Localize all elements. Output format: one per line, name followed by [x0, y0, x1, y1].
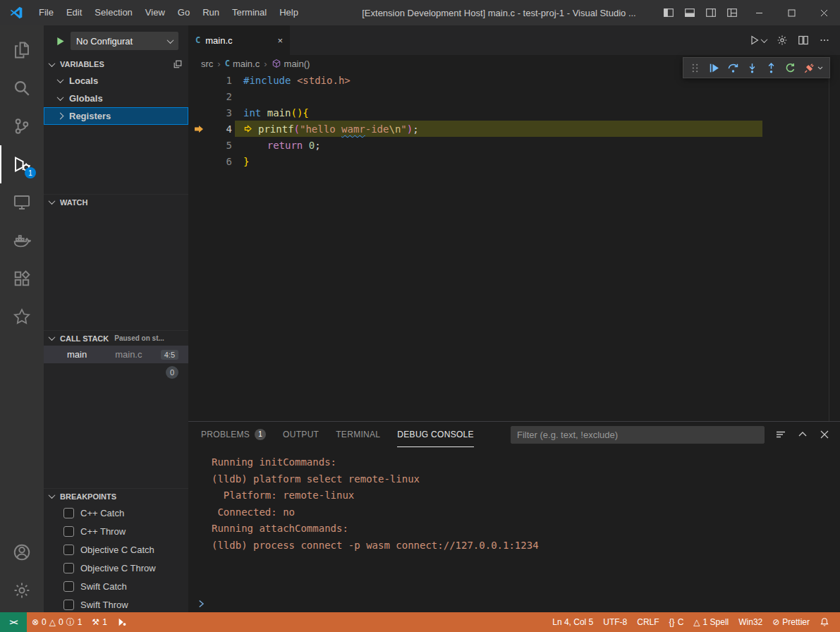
- maximize-panel-button[interactable]: [797, 429, 808, 440]
- breakpoint-item[interactable]: Swift Throw: [44, 595, 188, 612]
- menu-help[interactable]: Help: [273, 0, 305, 25]
- activity-item-remote-explorer[interactable]: [0, 183, 44, 221]
- split-editor-button[interactable]: [798, 35, 809, 46]
- run-or-debug-button[interactable]: [749, 35, 767, 46]
- activity-item-search[interactable]: [0, 69, 44, 107]
- remote-indicator[interactable]: ><: [0, 612, 27, 632]
- debug-continue-button[interactable]: [705, 59, 724, 77]
- start-debugging-button[interactable]: [55, 36, 66, 47]
- close-tab-icon[interactable]: ×: [277, 35, 283, 46]
- debug-step-over-button[interactable]: [724, 59, 743, 77]
- activity-item-explorer[interactable]: [0, 31, 44, 69]
- collapse-all-button[interactable]: [173, 59, 183, 69]
- breakpoint-item[interactable]: C++ Throw: [44, 522, 188, 540]
- panel-tab-problems[interactable]: PROBLEMS1: [201, 422, 266, 447]
- remote-explorer-icon: [13, 193, 31, 212]
- debug-settings-button[interactable]: [777, 35, 788, 46]
- platform-status[interactable]: Win32: [734, 612, 767, 632]
- breakpoint-item[interactable]: Objective C Catch: [44, 540, 188, 559]
- encoding-status[interactable]: UTF-8: [598, 612, 632, 632]
- debug-step-out-button[interactable]: [762, 59, 781, 77]
- menu-edit[interactable]: Edit: [60, 0, 88, 25]
- breakpoint-checkbox[interactable]: [63, 545, 74, 555]
- breakpoints-header[interactable]: BREAKPOINTS: [44, 488, 188, 504]
- breakpoint-checkbox[interactable]: [63, 526, 74, 537]
- activity-item-run-and-debug[interactable]: 1: [0, 145, 44, 183]
- activity-item-settings[interactable]: [0, 571, 44, 609]
- problems-status[interactable]: ⊗0 △0 ⓘ1: [27, 612, 87, 632]
- menu-view[interactable]: View: [139, 0, 171, 25]
- debug-gripper-button[interactable]: [686, 59, 705, 77]
- code-line-6[interactable]: 6}: [188, 153, 840, 169]
- activity-item-accounts[interactable]: [0, 533, 44, 571]
- maximize-button[interactable]: [775, 0, 808, 25]
- more-actions-button[interactable]: [819, 35, 830, 46]
- menu-terminal[interactable]: Terminal: [226, 0, 273, 25]
- variables-item-globals[interactable]: Globals: [44, 90, 188, 107]
- c-file-icon: C: [225, 59, 230, 68]
- variables-header[interactable]: VARIABLES: [44, 56, 188, 72]
- breadcrumb-folder[interactable]: src: [201, 59, 213, 69]
- activity-item-extensions[interactable]: [0, 260, 44, 298]
- formatter-status[interactable]: ⊘Prettier: [767, 612, 815, 632]
- activity-item-docker[interactable]: [0, 221, 44, 260]
- spell-checker-status[interactable]: △1 Spell: [688, 612, 734, 632]
- code-line-3[interactable]: 3int main(){: [188, 104, 840, 121]
- code-line-5[interactable]: 5 return 0;: [188, 137, 840, 153]
- eol-status[interactable]: CRLF: [632, 612, 664, 632]
- console-filter-input[interactable]: [511, 426, 765, 444]
- debug-step-into-button[interactable]: [743, 59, 762, 77]
- code-line-2[interactable]: 2: [188, 88, 840, 104]
- gripper-icon: [689, 62, 701, 74]
- variables-item-locals[interactable]: Locals: [44, 72, 188, 90]
- notifications-bell[interactable]: [815, 612, 834, 632]
- debug-console-input[interactable]: [188, 595, 840, 612]
- close-panel-button[interactable]: [819, 429, 830, 440]
- inline-breakpoint-icon[interactable]: [243, 124, 255, 133]
- breakpoint-checkbox[interactable]: [63, 508, 74, 518]
- menu-go[interactable]: Go: [171, 0, 196, 25]
- breadcrumb-file[interactable]: C main.c: [225, 59, 260, 69]
- code-editor[interactable]: 1#include <stdio.h>23int main(){4printf(…: [188, 72, 840, 421]
- code-text: return 0;: [232, 140, 321, 151]
- close-window-button[interactable]: [808, 0, 840, 25]
- customize-layout-button[interactable]: [722, 2, 743, 23]
- stack-frame-row[interactable]: main main.c 4:5: [44, 346, 188, 363]
- breakpoint-checkbox[interactable]: [63, 581, 74, 592]
- minimize-button[interactable]: [743, 0, 775, 25]
- debug-restart-button[interactable]: [781, 59, 800, 77]
- toggle-sidebar-button[interactable]: [658, 2, 679, 23]
- menu-run[interactable]: Run: [196, 0, 226, 25]
- activity-item-source-control[interactable]: [0, 107, 44, 145]
- menu-file[interactable]: File: [32, 0, 60, 25]
- code-token: (){: [291, 107, 308, 119]
- cursor-position[interactable]: Ln 4, Col 5: [547, 612, 598, 632]
- tree-item-label: Locals: [69, 75, 98, 86]
- panel-tab-terminal[interactable]: TERMINAL: [336, 422, 380, 447]
- breadcrumb-symbol[interactable]: main(): [272, 59, 310, 69]
- language-mode[interactable]: {}C: [664, 612, 689, 632]
- breakpoint-item[interactable]: Objective C Throw: [44, 559, 188, 577]
- activity-item-favorites[interactable]: [0, 298, 44, 336]
- breakpoint-checkbox[interactable]: [63, 600, 74, 610]
- chevron-down-icon[interactable]: [816, 63, 827, 72]
- menu-selection[interactable]: Selection: [88, 0, 138, 25]
- tab-main-c[interactable]: C main.c ×: [188, 25, 291, 55]
- code-line-4[interactable]: 4printf("hello wamr-ide\n");: [188, 121, 840, 137]
- variables-item-registers[interactable]: Registers: [44, 107, 188, 125]
- toggle-secondary-sidebar-button[interactable]: [700, 2, 722, 23]
- watch-header[interactable]: WATCH: [44, 194, 188, 209]
- panel-tab-debug-console[interactable]: DEBUG CONSOLE: [397, 422, 474, 447]
- breakpoint-item[interactable]: Swift Catch: [44, 577, 188, 595]
- panel-tab-output[interactable]: OUTPUT: [283, 422, 319, 447]
- call-stack-header[interactable]: CALL STACK Paused on st...: [44, 330, 188, 346]
- output-options-button[interactable]: [775, 429, 786, 440]
- breakpoint-checkbox[interactable]: [63, 563, 74, 573]
- debug-quick-launch[interactable]: [112, 612, 132, 632]
- debug-current-frame-icon[interactable]: [188, 123, 209, 135]
- tool-status[interactable]: ⚒1: [87, 612, 111, 632]
- breakpoint-item[interactable]: C++ Catch: [44, 504, 188, 522]
- breakpoint-label: Objective C Throw: [80, 563, 156, 573]
- launch-configuration-dropdown[interactable]: No Configurat: [71, 32, 178, 50]
- toggle-panel-button[interactable]: [679, 2, 700, 23]
